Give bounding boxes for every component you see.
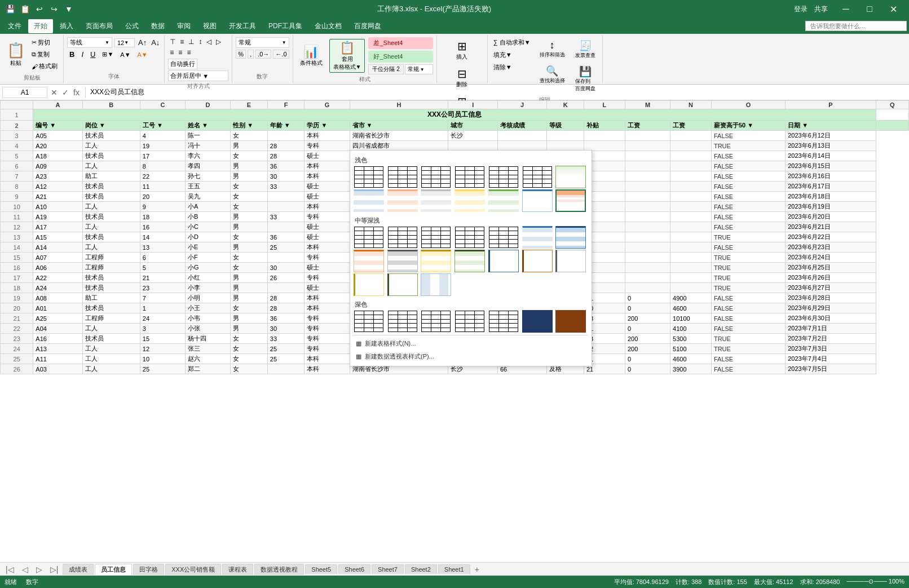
table-cell[interactable]: 技术员 xyxy=(82,232,140,242)
table-cell[interactable]: 本科 xyxy=(305,242,350,253)
table-cell[interactable]: 28 xyxy=(267,141,305,151)
table-cell[interactable]: 专科 xyxy=(305,313,350,324)
table-cell[interactable]: FALSE xyxy=(711,202,785,212)
merge-center-button[interactable]: 合并后居中 ▼ xyxy=(168,70,228,81)
table-cell[interactable] xyxy=(670,273,712,283)
table-cell[interactable]: 工程师 xyxy=(82,263,140,273)
table-cell[interactable]: FALSE xyxy=(711,131,785,141)
style-yellow-stripe[interactable] xyxy=(454,189,485,212)
table-cell[interactable]: 2023年7月5日 xyxy=(786,364,876,374)
table-cell[interactable]: 36 xyxy=(267,232,305,242)
zoom-slider[interactable]: ─────⊙─── 100% xyxy=(846,578,904,586)
align-right-button[interactable]: ≡ xyxy=(185,48,192,57)
table-cell[interactable]: 2023年6月27日 xyxy=(786,283,876,293)
style-green-stripe[interactable] xyxy=(488,189,519,212)
table-cell[interactable] xyxy=(625,222,670,232)
table-cell[interactable]: 男 xyxy=(231,273,268,283)
table-cell[interactable] xyxy=(267,222,305,232)
table-cell[interactable]: 11 xyxy=(140,182,185,192)
style-dark-blue-1[interactable] xyxy=(354,310,384,333)
col-header-b[interactable]: B xyxy=(82,101,140,109)
table-cell[interactable]: 3 xyxy=(140,324,185,334)
tab-nav-first[interactable]: |◁ xyxy=(2,565,17,574)
indent-decrease-button[interactable]: ◁ xyxy=(205,37,213,46)
table-cell[interactable]: A18 xyxy=(33,151,82,161)
table-cell[interactable]: 2023年6月22日 xyxy=(786,232,876,242)
font-color-button[interactable]: A▼ xyxy=(135,51,150,59)
confirm-icon[interactable]: ✓ xyxy=(61,88,70,97)
invoice-button[interactable]: 🧾 发票查查 xyxy=(572,37,599,61)
table-cell[interactable]: 工人 xyxy=(82,202,140,212)
table-cell[interactable] xyxy=(584,131,625,141)
table-cell[interactable]: 技术员 xyxy=(82,303,140,313)
table-cell[interactable]: 1 xyxy=(140,303,185,313)
header-cell-subsidy[interactable]: 补贴 xyxy=(584,121,625,131)
style-orange-light[interactable] xyxy=(421,166,451,188)
table-cell[interactable]: 男 xyxy=(231,283,268,293)
table-cell[interactable]: 28 xyxy=(267,303,305,313)
auto-sum-button[interactable]: ∑ 自动求和▼ xyxy=(491,37,533,48)
style-blue-alt2[interactable] xyxy=(421,273,451,296)
menu-insert[interactable]: 插入 xyxy=(54,19,79,33)
table-cell[interactable]: A08 xyxy=(33,293,82,303)
style-yellow-light[interactable] xyxy=(488,166,519,188)
style-yellow-med-1[interactable] xyxy=(454,226,485,249)
menu-page-layout[interactable]: 页面布局 xyxy=(80,19,118,33)
table-cell[interactable] xyxy=(625,202,670,212)
table-cell[interactable]: 湖南省长沙市 xyxy=(350,131,448,141)
table-cell[interactable]: FALSE xyxy=(711,212,785,222)
style-orange-med-1[interactable] xyxy=(387,226,418,249)
table-cell[interactable]: 3900 xyxy=(670,364,712,374)
table-cell[interactable] xyxy=(670,263,712,273)
align-center-button[interactable]: ≡ xyxy=(176,48,184,57)
table-cell[interactable]: 专科 xyxy=(305,273,350,283)
table-cell[interactable]: 4100 xyxy=(670,324,712,334)
table-cell[interactable] xyxy=(670,242,712,253)
table-cell[interactable]: 男 xyxy=(231,293,268,303)
tab-yuangongxinxi[interactable]: 员工信息 xyxy=(95,564,132,575)
col-header-j[interactable]: J xyxy=(497,101,546,109)
table-cell[interactable]: 0 xyxy=(625,293,670,303)
table-cell[interactable]: 硕士 xyxy=(305,182,350,192)
menu-data[interactable]: 数据 xyxy=(145,19,170,33)
col-header-l[interactable]: L xyxy=(584,101,625,109)
sort-filter-button[interactable]: ↕ 排序和筛选 xyxy=(536,37,568,61)
table-cell[interactable] xyxy=(584,141,625,151)
table-cell[interactable]: 18 xyxy=(140,212,185,222)
table-cell[interactable]: 小红 xyxy=(186,273,231,283)
style-blue-light[interactable] xyxy=(387,166,418,188)
table-cell[interactable]: 本科 xyxy=(305,171,350,182)
table-cell[interactable]: 男 xyxy=(231,212,268,222)
table-cell[interactable]: 小G xyxy=(186,263,231,273)
table-cell[interactable] xyxy=(625,171,670,182)
col-header-i[interactable]: I xyxy=(448,101,497,109)
style-green-light[interactable] xyxy=(522,166,553,188)
col-header-m[interactable]: M xyxy=(625,101,670,109)
table-cell[interactable]: 25 xyxy=(267,344,305,354)
tab-nav-last[interactable]: ▷| xyxy=(47,565,62,574)
table-cell[interactable]: 2023年6月13日 xyxy=(786,141,876,151)
header-cell-empno[interactable]: 工号 ▼ xyxy=(140,121,185,131)
table-cell[interactable]: 2023年6月23日 xyxy=(786,242,876,253)
style-gray-med-1[interactable] xyxy=(421,226,451,249)
table-cell[interactable]: 郑二 xyxy=(186,364,231,374)
table-cell[interactable]: 10100 xyxy=(670,313,712,324)
table-cell[interactable] xyxy=(625,273,670,283)
table-cell[interactable]: 助工 xyxy=(82,293,140,303)
table-cell[interactable]: 硕士 xyxy=(305,232,350,242)
table-cell[interactable]: 5 xyxy=(140,263,185,273)
table-cell[interactable]: 15 xyxy=(140,334,185,344)
style-dark-green-1[interactable] xyxy=(488,310,519,333)
col-header-e[interactable]: E xyxy=(231,101,268,109)
table-cell[interactable]: 女 xyxy=(231,192,268,202)
table-cell[interactable]: A23 xyxy=(33,171,82,182)
table-cell[interactable]: 技术员 xyxy=(82,192,140,202)
table-cell[interactable]: A24 xyxy=(33,283,82,293)
style-green-alt[interactable] xyxy=(387,273,418,296)
header-cell-score[interactable]: 考核成绩 xyxy=(497,121,546,131)
table-cell[interactable] xyxy=(625,212,670,222)
table-cell[interactable]: 4900 xyxy=(670,293,712,303)
table-cell[interactable]: 孙七 xyxy=(186,171,231,182)
underline-button[interactable]: U xyxy=(88,50,98,59)
header-cell-extra[interactable] xyxy=(876,121,908,131)
